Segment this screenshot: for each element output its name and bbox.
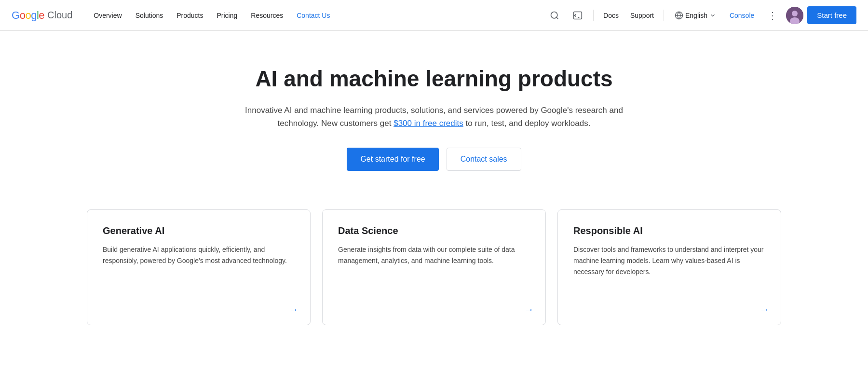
chevron-down-icon bbox=[709, 12, 716, 19]
navbar: Google Cloud Overview Solutions Products… bbox=[0, 0, 868, 31]
card-desc-responsible-ai: Discover tools and frameworks to underst… bbox=[573, 244, 765, 277]
card-data-science[interactable]: Data Science Generate insights from data… bbox=[322, 209, 546, 325]
language-label: English bbox=[685, 12, 707, 19]
nav-divider bbox=[593, 10, 594, 21]
more-options-button[interactable]: ⋮ bbox=[763, 6, 782, 25]
user-avatar[interactable] bbox=[786, 7, 803, 24]
svg-point-0 bbox=[551, 12, 557, 18]
nav-right: Docs Support English Console ⋮ Start fre… bbox=[545, 6, 856, 25]
logo-cloud-text: Cloud bbox=[47, 10, 72, 21]
nav-pricing[interactable]: Pricing bbox=[211, 8, 243, 23]
nav-products[interactable]: Products bbox=[171, 8, 209, 23]
get-started-button[interactable]: Get started for free bbox=[347, 148, 438, 171]
nav-resources[interactable]: Resources bbox=[245, 8, 289, 23]
card-arrow-responsible-ai: → bbox=[760, 304, 769, 315]
cards-section: Generative AI Build generative AI applic… bbox=[48, 200, 820, 354]
start-free-button[interactable]: Start free bbox=[807, 6, 856, 24]
hero-subtitle-after: to run, test, and deploy workloads. bbox=[463, 119, 591, 128]
nav-links: Overview Solutions Products Pricing Reso… bbox=[88, 8, 545, 23]
hero-buttons: Get started for free Contact sales bbox=[238, 148, 630, 171]
hero-subtitle: Innovative AI and machine learning produ… bbox=[238, 104, 630, 130]
card-desc-data-science: Generate insights from data with our com… bbox=[338, 244, 530, 266]
card-arrow-generative-ai: → bbox=[289, 304, 298, 315]
logo-google-text: Google bbox=[12, 9, 44, 22]
card-title-data-science: Data Science bbox=[338, 225, 530, 236]
hero-title: AI and machine learning products bbox=[238, 66, 630, 92]
terminal-icon[interactable] bbox=[568, 6, 587, 25]
language-selector[interactable]: English bbox=[670, 7, 721, 24]
svg-line-1 bbox=[556, 17, 558, 19]
hero-section: AI and machine learning products Innovat… bbox=[227, 31, 641, 200]
contact-sales-button[interactable]: Contact sales bbox=[447, 148, 521, 171]
avatar-icon bbox=[786, 7, 803, 24]
console-link[interactable]: Console bbox=[725, 8, 759, 23]
card-title-responsible-ai: Responsible AI bbox=[573, 225, 765, 236]
search-button[interactable] bbox=[545, 6, 564, 25]
globe-icon bbox=[675, 11, 683, 20]
nav-overview[interactable]: Overview bbox=[88, 8, 127, 23]
card-generative-ai[interactable]: Generative AI Build generative AI applic… bbox=[87, 209, 311, 325]
docs-link[interactable]: Docs bbox=[599, 8, 623, 23]
nav-solutions[interactable]: Solutions bbox=[130, 8, 169, 23]
svg-point-7 bbox=[792, 11, 798, 16]
logo[interactable]: Google Cloud bbox=[12, 9, 72, 22]
credits-link[interactable]: $300 in free credits bbox=[393, 119, 463, 128]
card-arrow-data-science: → bbox=[524, 304, 534, 315]
card-title-generative-ai: Generative AI bbox=[103, 225, 295, 236]
card-responsible-ai[interactable]: Responsible AI Discover tools and framew… bbox=[557, 209, 781, 325]
support-link[interactable]: Support bbox=[626, 8, 658, 23]
card-desc-generative-ai: Build generative AI applications quickly… bbox=[103, 244, 295, 266]
nav-contact-us[interactable]: Contact Us bbox=[291, 8, 336, 23]
nav-divider-2 bbox=[664, 10, 664, 21]
